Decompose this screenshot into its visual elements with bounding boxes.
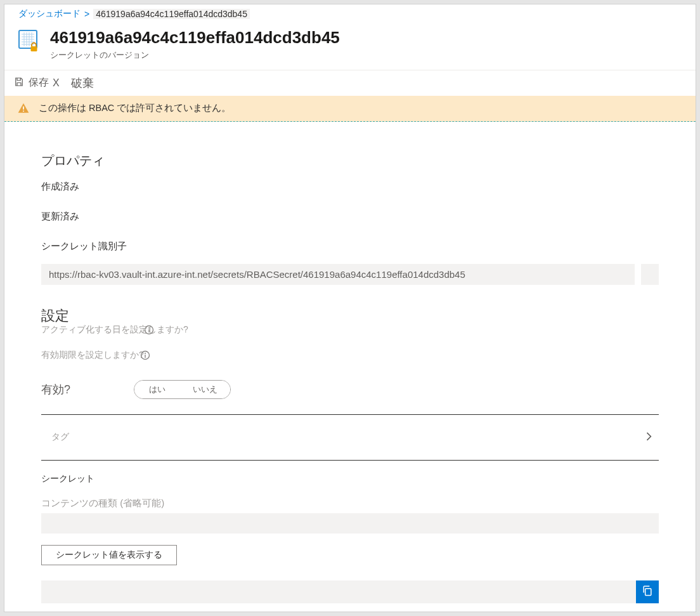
settings-section: 設定 アクティブ化する日を設定しますか? 有効期限を設定しますか? 有効? はい…: [41, 306, 659, 399]
activation-date-label: アクティブ化する日を設定しますか?: [41, 324, 659, 336]
enabled-toggle[interactable]: はい いいえ: [134, 380, 231, 399]
svg-point-14: [148, 327, 150, 329]
page-subtitle: シークレットのバージョン: [50, 49, 340, 61]
tags-label: タグ: [51, 431, 69, 443]
page-title: 461919a6a94c4c119effa014dcd3db45: [50, 29, 340, 47]
chevron-right-icon: [642, 430, 655, 445]
svg-point-17: [145, 353, 146, 354]
enabled-option-no[interactable]: いいえ: [180, 381, 230, 398]
warning-message: この操作は RBAC では許可されていません。: [39, 102, 231, 114]
tags-section: タグ: [41, 414, 659, 461]
enabled-option-yes[interactable]: はい: [134, 381, 180, 398]
svg-rect-19: [645, 589, 651, 596]
copy-icon: [641, 584, 654, 599]
settings-heading: 設定: [41, 306, 659, 325]
breadcrumb-current: 461919a6a94c4c119effa014dcd3db45: [93, 9, 250, 19]
show-secret-value-button[interactable]: シークレット値を表示する: [41, 545, 177, 565]
window-root: ダッシュボード > 461919a6a94c4c119effa014dcd3db…: [4, 4, 696, 612]
enabled-row: 有効? はい いいえ: [41, 380, 659, 399]
identifier-row: https://rbac-kv03.vault-int.azure-int.ne…: [41, 264, 659, 285]
svg-rect-18: [145, 355, 145, 358]
identifier-url-field[interactable]: https://rbac-kv03.vault-int.azure-int.ne…: [41, 264, 635, 285]
enabled-label: 有効?: [41, 382, 70, 397]
updated-label: 更新済み: [41, 211, 659, 223]
tags-divider-bottom: [41, 460, 659, 461]
secret-value-input[interactable]: [41, 580, 636, 603]
identifier-label: シークレット識別子: [41, 240, 659, 252]
warning-banner: この操作は RBAC では許可されていません。: [4, 96, 696, 122]
page-title-block: 461919a6a94c4c119effa014dcd3db45 シークレットの…: [50, 29, 340, 61]
svg-rect-15: [148, 329, 149, 332]
properties-section: プロパティ 作成済み 更新済み シークレット識別子 https://rbac-k…: [41, 152, 659, 285]
expiration-date-label-text: 有効期限を設定しますか?: [41, 350, 144, 361]
svg-rect-11: [23, 106, 24, 109]
secret-section: シークレット コンテンツの種類 (省略可能) シークレット値を表示する: [41, 473, 659, 603]
svg-rect-12: [23, 110, 24, 112]
save-button-label: 保存: [29, 76, 49, 89]
created-label: 作成済み: [41, 181, 659, 193]
secret-resource-icon: [17, 29, 41, 53]
svg-rect-10: [31, 46, 37, 51]
secret-heading: シークレット: [41, 473, 659, 485]
identifier-copy-button[interactable]: [641, 264, 659, 285]
save-icon: [13, 76, 25, 90]
content-type-input[interactable]: [41, 513, 659, 534]
secret-value-row: [41, 580, 659, 603]
breadcrumb-separator: >: [84, 9, 89, 19]
discard-button-label: 破棄: [71, 75, 94, 91]
properties-heading: プロパティ: [41, 152, 659, 169]
page-header: 461919a6a94c4c119effa014dcd3db45 シークレットの…: [4, 23, 696, 70]
info-icon: [144, 325, 154, 335]
info-icon: [140, 350, 150, 360]
copy-secret-button[interactable]: [636, 580, 659, 603]
content-type-label: コンテンツの種類 (省略可能): [41, 497, 659, 509]
warning-icon: [17, 102, 30, 115]
expiration-date-label: 有効期限を設定しますか?: [41, 350, 659, 361]
discard-button[interactable]: 破棄: [71, 75, 94, 91]
breadcrumb: ダッシュボード > 461919a6a94c4c119effa014dcd3db…: [4, 4, 696, 23]
close-x-icon: X: [53, 77, 60, 89]
activation-date-label-text: アクティブ化する日を設定しますか?: [41, 324, 188, 336]
content-area: プロパティ 作成済み 更新済み シークレット識別子 https://rbac-k…: [4, 122, 696, 612]
breadcrumb-root-link[interactable]: ダッシュボード: [18, 8, 81, 20]
toolbar: 保存 X 破棄: [4, 70, 696, 96]
save-button[interactable]: 保存 X: [13, 76, 60, 90]
tags-row[interactable]: タグ: [41, 415, 659, 460]
